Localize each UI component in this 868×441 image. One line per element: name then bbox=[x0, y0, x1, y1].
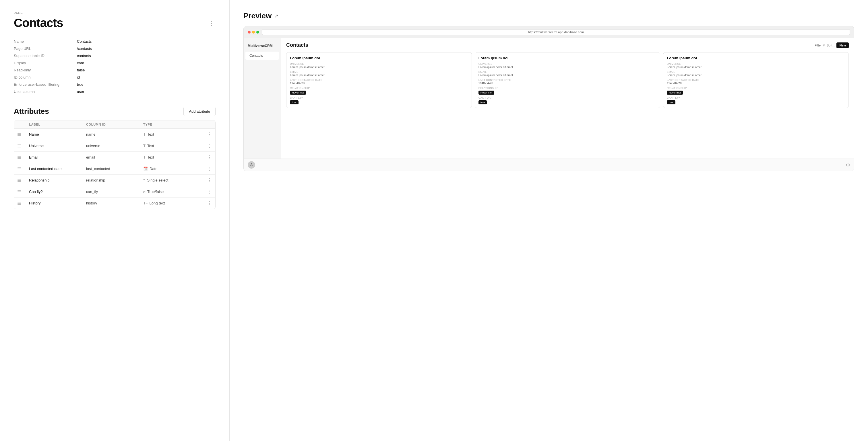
row-more-icon[interactable]: ⋮ bbox=[200, 143, 212, 148]
contact-card[interactable]: Lorem ipsum dol... UNIVERSE Lorem ipsum … bbox=[286, 52, 472, 108]
attr-type: ⌀ True/false bbox=[143, 190, 200, 194]
drag-handle[interactable] bbox=[18, 202, 29, 205]
can-fly-badge: true bbox=[478, 100, 487, 104]
table-header: LABEL COLUMN ID TYPE bbox=[14, 121, 215, 129]
type-icon: ≡ bbox=[143, 178, 146, 182]
browser-chrome: https://multiversecrm.app.dahibase.com bbox=[244, 26, 854, 38]
attr-name: Can fly? bbox=[29, 190, 86, 194]
dot-green bbox=[256, 31, 259, 34]
sidebar-nav-contacts[interactable]: Contacts bbox=[245, 52, 279, 60]
row-more-icon[interactable]: ⋮ bbox=[200, 155, 212, 160]
table-row: History history T= Long text ⋮ bbox=[14, 198, 215, 209]
sort-icon: ↕ bbox=[833, 43, 835, 47]
drag-handle[interactable] bbox=[18, 167, 29, 170]
drag-handle[interactable] bbox=[18, 156, 29, 159]
browser-body: MultiverseCRM Contacts Contacts Filter ▽… bbox=[244, 38, 854, 159]
email-label: EMAIL bbox=[290, 71, 468, 73]
table-row: Last contacted date last_contacted 📅 Dat… bbox=[14, 163, 215, 175]
table-row: Can fly? can_fly ⌀ True/false ⋮ bbox=[14, 186, 215, 198]
meta-label: User column bbox=[14, 88, 77, 95]
attr-column-id: last_contacted bbox=[86, 167, 143, 171]
app-main: Contacts Filter ▽ Sort ↕ New bbox=[281, 38, 854, 159]
table-row: Email email T Text ⋮ bbox=[14, 152, 215, 163]
drag-handle[interactable] bbox=[18, 191, 29, 193]
attr-column-id: can_fly bbox=[86, 190, 143, 194]
row-more-icon[interactable]: ⋮ bbox=[200, 166, 212, 171]
table-row: Universe universe T Text ⋮ bbox=[14, 140, 215, 152]
attr-column-id: universe bbox=[86, 144, 143, 148]
relationship-badge: Never met bbox=[667, 91, 683, 95]
preview-title: Preview bbox=[243, 11, 272, 20]
card-name: Lorem ipsum dol... bbox=[667, 56, 845, 60]
footer-avatar[interactable]: A bbox=[248, 161, 255, 169]
app-toolbar: Filter ▽ Sort ↕ New bbox=[815, 42, 849, 48]
last-contacted-value: 1948-04-28 bbox=[290, 82, 468, 85]
meta-value: Contacts bbox=[77, 38, 216, 45]
attributes-table: LABEL COLUMN ID TYPE Name name T Text ⋮ … bbox=[14, 120, 216, 209]
last-contacted-value: 1948-04-28 bbox=[667, 82, 845, 85]
attr-name: Universe bbox=[29, 144, 86, 148]
attr-name: Name bbox=[29, 132, 86, 136]
contact-card[interactable]: Lorem ipsum dol... UNIVERSE Lorem ipsum … bbox=[663, 52, 849, 108]
row-more-icon[interactable]: ⋮ bbox=[200, 189, 212, 194]
card-name: Lorem ipsum dol... bbox=[478, 56, 657, 60]
filter-button[interactable]: Filter ▽ bbox=[815, 43, 825, 47]
email-value: Lorem ipsum dolor sit amet bbox=[478, 74, 657, 77]
can-fly-label: CAN FLY? bbox=[667, 96, 845, 99]
contact-card[interactable]: Lorem ipsum dol... UNIVERSE Lorem ipsum … bbox=[475, 52, 660, 108]
attributes-section: Attributes Add attribute LABEL COLUMN ID… bbox=[14, 107, 216, 209]
attr-column-id: name bbox=[86, 132, 143, 136]
email-label: EMAIL bbox=[478, 71, 657, 73]
type-label: Date bbox=[150, 167, 157, 171]
sort-label: Sort bbox=[827, 43, 832, 47]
meta-label: Read-only bbox=[14, 67, 77, 74]
type-label: Single select bbox=[147, 178, 168, 182]
relationship-badge: Never met bbox=[290, 91, 306, 95]
meta-label: Display bbox=[14, 59, 77, 67]
new-button[interactable]: New bbox=[836, 42, 849, 48]
add-attribute-button[interactable]: Add attribute bbox=[183, 107, 216, 116]
meta-label: ID column bbox=[14, 74, 77, 81]
relationship-badge: Never met bbox=[478, 91, 495, 95]
attr-column-id: email bbox=[86, 155, 143, 160]
drag-handle[interactable] bbox=[18, 144, 29, 147]
meta-value: /contacts bbox=[77, 45, 216, 52]
universe-value: Lorem ipsum dolor sit amet bbox=[478, 66, 657, 69]
meta-table: NameContactsPage URL/contactsSupabase ta… bbox=[14, 38, 216, 95]
attr-name: Relationship bbox=[29, 178, 86, 182]
email-label: EMAIL bbox=[667, 71, 845, 73]
attr-type: T Text bbox=[143, 144, 200, 148]
external-link-icon[interactable]: ↗ bbox=[274, 13, 278, 19]
universe-value: Lorem ipsum dolor sit amet bbox=[667, 66, 845, 69]
app-main-title: Contacts bbox=[286, 42, 308, 48]
email-value: Lorem ipsum dolor sit amet bbox=[667, 74, 845, 77]
settings-icon[interactable]: ⚙ bbox=[846, 162, 850, 168]
col-type: TYPE bbox=[143, 123, 200, 126]
sort-button[interactable]: Sort ↕ bbox=[827, 43, 835, 47]
app-main-header: Contacts Filter ▽ Sort ↕ New bbox=[286, 42, 849, 48]
meta-label: Supabase table ID bbox=[14, 52, 77, 59]
app-footer: A ⚙ bbox=[244, 159, 854, 171]
can-fly-badge: true bbox=[667, 100, 675, 104]
row-more-icon[interactable]: ⋮ bbox=[200, 132, 212, 137]
dot-red bbox=[248, 31, 251, 34]
browser-mockup: https://multiversecrm.app.dahibase.com M… bbox=[243, 26, 854, 171]
relationship-label: RELATIONSHIP bbox=[667, 87, 845, 90]
attr-type: T= Long text bbox=[143, 201, 200, 205]
meta-label: Name bbox=[14, 38, 77, 45]
filter-icon: ▽ bbox=[823, 43, 825, 47]
drag-handle[interactable] bbox=[18, 133, 29, 136]
attr-type: T Text bbox=[143, 132, 200, 136]
attr-name: Last contacted date bbox=[29, 167, 86, 171]
row-more-icon[interactable]: ⋮ bbox=[200, 200, 212, 206]
meta-label: Enforce user-based filtering bbox=[14, 81, 77, 88]
col-column-id: COLUMN ID bbox=[86, 123, 143, 126]
drag-handle[interactable] bbox=[18, 179, 29, 182]
type-label: True/false bbox=[147, 190, 164, 194]
attr-name: Email bbox=[29, 155, 86, 160]
attr-type: 📅 Date bbox=[143, 167, 200, 171]
meta-value: id bbox=[77, 74, 216, 81]
app-sidebar: MultiverseCRM Contacts bbox=[244, 38, 281, 159]
page-more-icon[interactable]: ⋮ bbox=[208, 19, 216, 28]
row-more-icon[interactable]: ⋮ bbox=[200, 177, 212, 183]
